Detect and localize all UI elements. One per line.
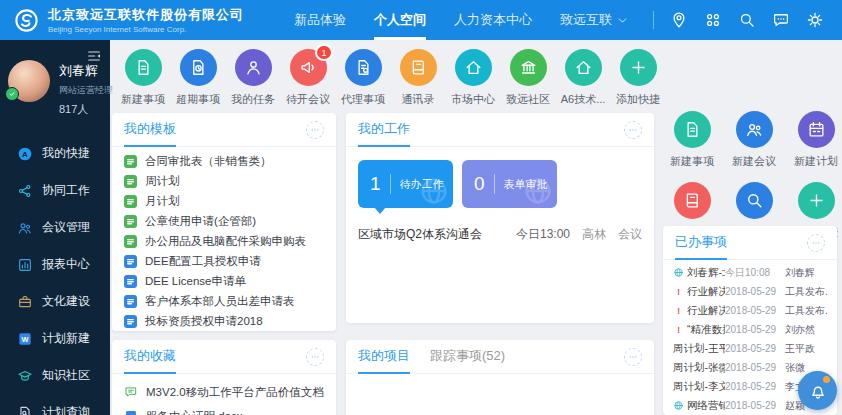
more-icon[interactable] [807, 234, 825, 252]
globe-icon [521, 174, 555, 208]
shortcut-label: 我的任务 [231, 92, 275, 107]
done-item-person: 刘春辉 [785, 266, 827, 280]
search-icon[interactable] [738, 11, 756, 29]
done-item-date: 今日10:08 [725, 266, 785, 280]
company-name: 北京致远互联软件股份有限公司 [48, 6, 244, 24]
shortcut[interactable]: 超期事项 [174, 49, 222, 107]
sidebar-item[interactable]: A 我的快捷 [0, 135, 110, 172]
app-header: 北京致远互联软件股份有限公司 Beijing Seeyon Internet S… [0, 0, 842, 40]
gear-icon[interactable] [806, 11, 824, 29]
shortcut-label: 添加快捷 [616, 92, 660, 107]
sidebar-item[interactable]: 会议管理 [0, 209, 110, 246]
more-icon[interactable] [306, 121, 324, 139]
template-item[interactable]: DEE配置工具授权申请 [124, 251, 324, 271]
nav-item[interactable]: 致远互联 [546, 0, 643, 40]
doc-lines-icon [124, 235, 137, 248]
shortcut[interactable]: 通讯录 [394, 49, 442, 107]
sidebar-item-label: 协同工作 [42, 182, 90, 199]
quick-actions: 新建事项 新建会议 新建计划 通讯录 [663, 111, 842, 240]
shortcut-label: 代理事项 [341, 92, 385, 107]
template-item[interactable]: DEE License申请单 [124, 271, 324, 291]
template-label: 客户体系本部人员出差申请表 [145, 294, 295, 309]
quick-action[interactable]: 新建计划 [787, 111, 842, 169]
shortcut[interactable]: A6技术... [559, 49, 607, 107]
quick-action[interactable]: 新建会议 [725, 111, 783, 169]
apps-grid-icon[interactable] [704, 11, 722, 29]
done-item-title: 行业解决方... [687, 304, 725, 318]
more-icon[interactable] [306, 348, 324, 366]
calendar-icon [807, 120, 826, 139]
sidebar-item[interactable]: 协同工作 [0, 172, 110, 209]
template-item[interactable]: 客户体系本部人员出差申请表 [124, 291, 324, 311]
horn-icon [299, 58, 318, 77]
shortcut[interactable]: 添加快捷 [614, 49, 662, 107]
quick-action[interactable]: 新建事项 [663, 111, 721, 169]
nav-item[interactable]: 人力资本中心 [440, 0, 546, 40]
chat-doc-icon [124, 385, 138, 399]
shortcut-label: 致远社区 [506, 92, 550, 107]
globe-icon [673, 267, 684, 278]
shortcut[interactable]: 1 待开会议 [284, 49, 332, 107]
done-item[interactable]: ! 行业解决方... 2018-05-29 工具发布. [663, 301, 837, 320]
shortcut[interactable]: 新建事项 [119, 49, 167, 107]
my-favorites-panel: 我的收藏 M3V2.0移动工作平台产品价值文档 W 服务中心证明.docx [112, 340, 336, 415]
template-item[interactable]: 月计划 [124, 191, 324, 211]
meeting-row[interactable]: 区域市场Q2体系沟通会 今日13:00 高林 会议 [346, 216, 654, 253]
done-item[interactable]: 周计划-王平... 2018-05-29 王平政 [663, 339, 837, 358]
shortcut[interactable]: 代理事项 [339, 49, 387, 107]
tab[interactable]: 跟踪事项(52) [430, 340, 505, 374]
shortcut-label: 新建事项 [121, 92, 165, 107]
tab[interactable]: 我的项目 [358, 340, 410, 374]
done-item-date: 2018-05-29 [725, 286, 785, 297]
search-icon [745, 191, 764, 210]
more-icon[interactable] [624, 348, 642, 366]
home-icon [574, 58, 593, 77]
template-item[interactable]: 合同审批表（非销售类） [124, 151, 324, 171]
logo[interactable]: 北京致远互联软件股份有限公司 Beijing Seeyon Internet S… [0, 6, 244, 34]
more-icon[interactable] [624, 121, 642, 139]
notification-dot [823, 376, 830, 383]
template-item[interactable]: 办公用品及电脑配件采购申购表 [124, 231, 324, 251]
sidebar-item-label: 知识社区 [42, 367, 90, 384]
doc-new-icon [134, 58, 153, 77]
done-item[interactable]: ! 行业解决方... 2018-05-29 工具发布. [663, 282, 837, 301]
favorite-item[interactable]: W 服务中心证明.docx [124, 404, 324, 415]
work-stat-card[interactable]: 0 表单审批 [462, 160, 557, 208]
nav-item[interactable]: 个人空间 [360, 0, 440, 40]
a-circle-icon: A [17, 146, 33, 162]
notifications-button[interactable] [798, 371, 837, 410]
done-item[interactable]: ! “精准数据... 2018-05-29 刘亦然 [663, 320, 837, 339]
template-item[interactable]: 周计划 [124, 171, 324, 191]
nav-item[interactable]: 新品体验 [280, 0, 360, 40]
user-name: 刘春辉 [59, 62, 113, 80]
shortcut[interactable]: 我的任务 [229, 49, 277, 107]
shortcut-label: 市场中心 [451, 92, 495, 107]
done-item[interactable]: 刘春辉-北... 今日10:08 刘春辉 [663, 263, 837, 282]
shortcut[interactable]: 致远社区 [504, 49, 552, 107]
done-item-title: 周计划-李文... [673, 380, 725, 394]
template-label: 投标资质授权申请2018 [145, 314, 263, 329]
nav-item-label: 人力资本中心 [454, 11, 532, 29]
nav-item-label: 个人空间 [374, 11, 426, 29]
work-stat-card[interactable]: 1 待办工作 [358, 160, 453, 208]
top-nav: 新品体验 个人空间 人力资本中心 致远互联 [280, 0, 643, 40]
template-item[interactable]: 公章使用申请(企管部) [124, 211, 324, 231]
template-item[interactable]: 投标资质授权申请2018 [124, 311, 324, 331]
svg-text:A: A [22, 149, 28, 158]
chat-icon[interactable] [772, 11, 790, 29]
sidebar-item[interactable]: W 计划新建 [0, 320, 110, 357]
company-name-en: Beijing Seeyon Internet Software Corp. [48, 25, 244, 34]
sidebar: 刘春辉 网站运营经理 817人 A 我的快捷 协同工作 会议管理 报表 [0, 40, 110, 415]
member-pin-icon[interactable] [670, 11, 688, 29]
template-label: DEE配置工具授权申请 [145, 254, 261, 269]
main-content: 新建事项 超期事项 我的任务 1 [110, 40, 842, 415]
shortcut[interactable]: 市场中心 [449, 49, 497, 107]
sidebar-item[interactable]: 计划查询 [0, 394, 110, 415]
template-label: 月计划 [145, 194, 180, 209]
sidebar-item[interactable]: 知识社区 [0, 357, 110, 394]
favorite-item[interactable]: M3V2.0移动工作平台产品价值文档 [124, 380, 324, 404]
collapse-icon[interactable] [86, 48, 102, 64]
member-count: 817人 [59, 102, 113, 117]
sidebar-item[interactable]: 文化建设 [0, 283, 110, 320]
sidebar-item[interactable]: 报表中心 [0, 246, 110, 283]
